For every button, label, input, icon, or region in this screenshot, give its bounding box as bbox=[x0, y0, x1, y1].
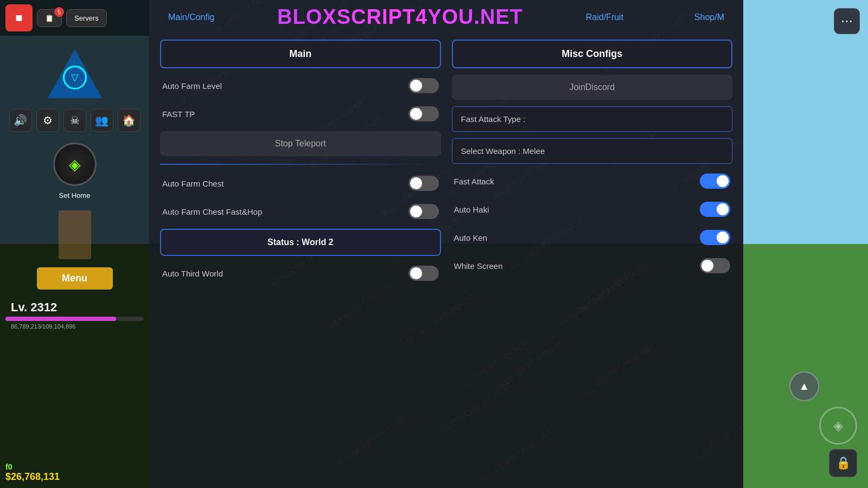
auto-farm-chest-fasthop-row: Auto Farm Chest Fast&Hop bbox=[160, 201, 441, 222]
notification-button[interactable]: 📋 5 bbox=[37, 9, 62, 27]
divider bbox=[160, 164, 441, 165]
right-column: Misc Configs JoinDiscord Fast Attack Typ… bbox=[452, 40, 733, 483]
roblox-icon: ■ bbox=[5, 4, 33, 31]
emblem-inner: ▽ bbox=[63, 66, 87, 89]
fast-attack-type-dropdown[interactable]: Fast Attack Type : bbox=[452, 106, 733, 132]
panel-content: Main Auto Farm Level FAST TP Stop Telepo… bbox=[149, 34, 743, 488]
exp-text: 86,789,213/109,104,896 bbox=[5, 323, 75, 330]
top-bar: ■ 📋 5 Servers bbox=[0, 0, 149, 36]
fast-attack-row: Fast Attack bbox=[452, 170, 733, 192]
auto-ken-thumb bbox=[717, 232, 729, 243]
action-icons-row: 🔊 ⚙ ☠ 👥 🏠 bbox=[9, 109, 141, 132]
set-home-label: Set Home bbox=[59, 191, 91, 200]
auto-haki-thumb bbox=[717, 203, 729, 215]
fast-attack-thumb bbox=[717, 175, 729, 187]
auto-farm-chest-row: Auto Farm Chest bbox=[160, 172, 441, 194]
main-panel: BLOXSCRIPT4YOU.NETBLOXSCRIPT4YOU.NETBLOX… bbox=[149, 0, 743, 488]
fast-tp-thumb bbox=[410, 108, 422, 120]
left-sidebar: ■ 📋 5 Servers ▽ 🔊 ⚙ ☠ 👥 🏠 ◈ Set Home Men… bbox=[0, 0, 149, 488]
auto-farm-chest-thumb bbox=[410, 177, 422, 189]
auto-third-world-row: Auto Third World bbox=[160, 262, 441, 284]
player-level: Lv. 2312 bbox=[5, 300, 57, 314]
player-area: ▽ 🔊 ⚙ ☠ 👥 🏠 ◈ Set Home Menu Lv. 2312 86,… bbox=[0, 36, 149, 457]
notification-icon: 📋 bbox=[45, 14, 54, 22]
player-emblem: ▽ bbox=[48, 47, 102, 101]
auto-farm-level-row: Auto Farm Level bbox=[160, 75, 441, 97]
speaker-icon[interactable]: 🔊 bbox=[9, 109, 32, 132]
home-icon[interactable]: 🏠 bbox=[118, 109, 141, 132]
exp-fill bbox=[5, 317, 116, 321]
status-button: Status : World 2 bbox=[160, 229, 441, 256]
tab-raid-fruit[interactable]: Raid/Fruit bbox=[578, 8, 631, 27]
person-icon[interactable]: 👥 bbox=[91, 109, 113, 132]
up-button[interactable]: ▲ bbox=[789, 371, 819, 401]
bottom-values: f0 $26,768,131 bbox=[0, 457, 149, 488]
panel-header: Main/Config BLOXSCRIPT4YOU.NET Raid/Frui… bbox=[149, 0, 743, 34]
left-column: Main Auto Farm Level FAST TP Stop Telepo… bbox=[160, 40, 441, 483]
auto-haki-toggle[interactable] bbox=[700, 202, 730, 217]
money-value: $26,768,131 bbox=[5, 471, 144, 483]
player-sprite bbox=[59, 210, 91, 259]
servers-button[interactable]: Servers bbox=[66, 9, 107, 27]
tab-main-config[interactable]: Main/Config bbox=[160, 8, 222, 27]
nav-circle[interactable]: ◈ bbox=[819, 407, 857, 445]
auto-farm-level-toggle[interactable] bbox=[409, 78, 439, 93]
white-screen-label: White Screen bbox=[454, 261, 503, 271]
auto-farm-chest-fasthop-thumb bbox=[410, 206, 422, 217]
auto-farm-chest-fasthop-label: Auto Farm Chest Fast&Hop bbox=[162, 207, 262, 216]
gold-value: f0 bbox=[5, 463, 144, 471]
main-section-button[interactable]: Main bbox=[160, 40, 441, 68]
stop-teleport-button[interactable]: Stop Teleport bbox=[160, 131, 441, 156]
auto-haki-label: Auto Haki bbox=[454, 205, 489, 214]
more-button[interactable]: ⋯ bbox=[834, 8, 860, 34]
fast-attack-toggle[interactable] bbox=[700, 174, 730, 189]
white-screen-row: White Screen bbox=[452, 255, 733, 277]
auto-farm-chest-label: Auto Farm Chest bbox=[162, 179, 224, 188]
white-screen-toggle[interactable] bbox=[700, 258, 730, 273]
select-weapon-dropdown[interactable]: Select Weapon : Melee bbox=[452, 138, 733, 164]
fast-tp-label: FAST TP bbox=[162, 110, 195, 119]
fast-tp-row: FAST TP bbox=[160, 103, 441, 125]
auto-haki-row: Auto Haki bbox=[452, 198, 733, 220]
menu-button[interactable]: Menu bbox=[37, 267, 113, 290]
logo-text: BLOXSCRIPT4YOU.NET bbox=[277, 5, 523, 29]
exp-bar bbox=[5, 317, 144, 321]
tab-shop[interactable]: Shop/M bbox=[686, 8, 732, 27]
compass-icon: ◈ bbox=[53, 143, 97, 186]
auto-farm-level-label: Auto Farm Level bbox=[162, 81, 222, 91]
gear-icon[interactable]: ⚙ bbox=[36, 109, 59, 132]
misc-configs-button[interactable]: Misc Configs bbox=[452, 40, 733, 68]
join-discord-button[interactable]: JoinDiscord bbox=[452, 75, 733, 100]
lock-button[interactable]: 🔒 bbox=[829, 449, 857, 477]
auto-farm-chest-fasthop-toggle[interactable] bbox=[409, 204, 439, 219]
auto-farm-level-thumb bbox=[410, 80, 422, 92]
fast-tp-toggle[interactable] bbox=[409, 106, 439, 121]
auto-third-world-label: Auto Third World bbox=[162, 269, 223, 278]
white-screen-thumb bbox=[701, 260, 713, 272]
auto-ken-label: Auto Ken bbox=[454, 233, 488, 242]
fast-attack-label: Fast Attack bbox=[454, 177, 494, 186]
nav-controls: ◈ bbox=[819, 407, 857, 445]
auto-ken-toggle[interactable] bbox=[700, 230, 730, 245]
auto-ken-row: Auto Ken bbox=[452, 227, 733, 248]
right-sidebar: ⋯ ▲ ◈ 🔒 bbox=[743, 0, 868, 488]
auto-farm-chest-toggle[interactable] bbox=[409, 176, 439, 191]
auto-third-world-toggle[interactable] bbox=[409, 266, 439, 281]
skull-icon[interactable]: ☠ bbox=[63, 109, 86, 132]
notification-badge: 5 bbox=[54, 7, 64, 17]
auto-third-world-thumb bbox=[410, 267, 422, 279]
